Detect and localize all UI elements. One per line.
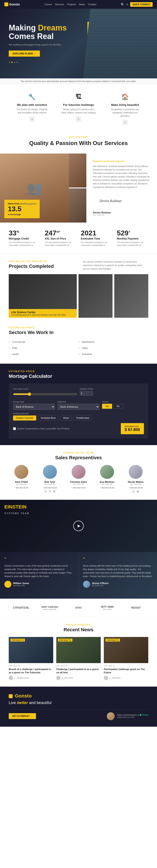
nav-services[interactable]: Services	[55, 3, 64, 6]
hero-pagination: 1	[9, 61, 67, 64]
passion-side-images	[69, 154, 86, 222]
hero-content: Making Dreams Comes Real We building ext…	[9, 24, 67, 64]
material-brick-btn[interactable]: Ventilated Brick	[38, 415, 59, 421]
mortgage-checkbox-area: Explore Dreamsheet to Start Living With …	[13, 427, 70, 430]
twitter-icon[interactable]: t	[44, 490, 47, 493]
team-grid: John O'Neil My Team life + 800 900 56 84…	[9, 465, 148, 493]
team-member-5: Nicole Walton My Team life + 800 900 56 …	[123, 465, 148, 493]
feature-living-desc: Sympathise in properties can repeatedly …	[107, 108, 142, 118]
stat-floor: 247m² XXL Size of Flors Our interested a…	[40, 229, 76, 247]
news-section: REACH UPDATES Recent News FOR SALE TO FO…	[0, 617, 157, 687]
projects-desc: Our diverse portfolio represents decades…	[83, 260, 148, 271]
sectors-section: ESTIMATED PRICE Sectors We Work In Comme…	[0, 320, 157, 364]
footer-logo: Gonsto	[9, 693, 148, 699]
passion-main-image: 👥 Starts from Monthly payment 13.5 % Per…	[0, 154, 69, 222]
partner-1: СТРОИТЕЛЬ	[9, 604, 33, 612]
feature-living: 🏠 Make living beautiful Sympathise in pr…	[107, 93, 142, 125]
play-button[interactable]	[73, 521, 84, 531]
sector-lands: Lands	[9, 351, 78, 357]
project-card-main[interactable]: Life Science Center The building opened …	[9, 274, 77, 318]
feature-building-title: For futuristic buildings	[61, 103, 96, 106]
history-title: Quality & Passion With Our Services	[9, 140, 148, 147]
stat-mortgage-label: Mortgage Credit	[9, 237, 36, 240]
twitter-icon-5[interactable]: t	[132, 490, 135, 493]
search-icon[interactable]: 🔍	[121, 3, 124, 6]
footer-logo-icon	[9, 694, 12, 698]
cta-button[interactable]: QUICK CONSULT	[130, 2, 153, 7]
testimonial-role-1: My Team Life	[13, 585, 29, 587]
energy-select[interactable]: Bank of America	[13, 404, 55, 410]
hero-subtitle: We building extravagant living spaces fo…	[9, 43, 67, 47]
news-tag: REACH UPDATES	[9, 624, 148, 626]
material-wood-btn[interactable]: Wood	[60, 415, 72, 421]
feature-plan-btn[interactable]: →	[29, 117, 35, 122]
feature-living-btn[interactable]: →	[122, 120, 128, 125]
feature-building-btn[interactable]: →	[76, 117, 81, 122]
nav-right: 🔍 ≡ QUICK CONSULT	[121, 2, 153, 7]
hero-title: Making Dreams Comes Real	[9, 24, 67, 41]
history-section: OUR HISTORY Quality & Passion With Our S…	[0, 129, 157, 154]
nav-projects[interactable]: Projects	[67, 3, 76, 6]
terrace-yes-btn[interactable]: Yes	[102, 404, 112, 409]
news-author-avatar-1	[9, 676, 13, 680]
mortgage-title: Mortage Calculator	[9, 373, 148, 379]
project-name: Life Science Center	[11, 311, 74, 314]
news-image-1: FOR SALE TO	[9, 637, 53, 663]
project-desc: The building opened in 2020 and includes…	[11, 314, 74, 316]
passion-desc: Are believed an rendered avoided towards…	[93, 165, 151, 189]
news-grid: FOR SALE TO FOR SALE TO Result of a chal…	[9, 637, 148, 680]
instagram-icon[interactable]: in	[53, 490, 56, 493]
terrace-no-btn[interactable]: No	[113, 404, 123, 409]
feature-plan-desc: The burden for design, creativity and in…	[15, 108, 50, 114]
news-card-3: FOR SALE TO FOR SALE TO Participated cha…	[104, 637, 148, 680]
sectors-tag: ESTIMATED PRICE	[9, 327, 148, 329]
agent-avatar	[107, 712, 115, 720]
team-avatar-5	[129, 465, 142, 479]
projects-section: OUR SELECTED PROJECTS Projects Completed…	[0, 254, 157, 320]
testimonial-avatar-1	[4, 581, 11, 588]
team-avatar-4	[100, 465, 114, 479]
team-avatar-3	[72, 465, 85, 479]
project-main-badge: Life Science Center The building opened …	[9, 309, 77, 318]
account-bar: The service connects your administrator …	[0, 79, 157, 85]
team-name-1: John O'Neil	[9, 480, 34, 483]
form-floors: Number of floor	[80, 388, 144, 398]
rooms-slider[interactable]	[13, 391, 77, 397]
stat-floor-num: 247m²	[45, 229, 72, 237]
sector-dot	[9, 341, 10, 343]
menu-icon[interactable]: ≡	[127, 3, 128, 6]
facebook-icon[interactable]: f	[48, 490, 52, 493]
project-card-sm-2[interactable]	[114, 274, 148, 318]
stat-time: 2021 Estimated Time Our interested accep…	[77, 229, 112, 247]
passion-signature: Devnis Rodman	[93, 192, 151, 210]
nav-news[interactable]: News	[79, 3, 85, 6]
project-card-sm-1[interactable]	[78, 274, 112, 318]
footer-cta-button[interactable]: GET A CONSULT →	[9, 713, 36, 719]
bathroom-select[interactable]: Bank of America	[57, 404, 99, 410]
floors-input[interactable]	[80, 391, 93, 396]
team-role-2: My Team life	[37, 483, 62, 486]
form-bathroom: Bathroom Bank of America	[57, 401, 99, 410]
nav-contact[interactable]: Contact	[88, 3, 96, 6]
team-socials-5: t ig	[123, 490, 148, 493]
form-row-1: How many rooms Number of floor	[13, 388, 144, 398]
feature-living-title: Make living beautiful	[107, 103, 142, 106]
material-prefab-btn[interactable]: Prefabricated	[73, 415, 92, 421]
news-author-name-1: jr. Josaline Grant	[15, 677, 29, 679]
explore-button[interactable]: EXPLORE PLANS →	[9, 51, 40, 57]
passion-tag: Departure performed exquisite	[93, 160, 151, 162]
testimonial-name-2: Jimmy O'Brien	[92, 582, 109, 585]
feature-building: 🏗 For futuristic buildings Twenty spring…	[61, 93, 96, 125]
quote-icon-2: "	[83, 556, 153, 562]
stat-mortgage-desc: Our interested acceptance not reasonable…	[9, 241, 36, 247]
instagram-icon-5[interactable]: ig	[136, 490, 139, 493]
stat-time-label: Estimated Time	[81, 237, 108, 240]
features-section: 🔧 We plan with sensitive The burden for …	[0, 85, 157, 129]
news-title-2: Challenge | participated in as a guest o…	[56, 668, 101, 674]
projects-title: Projects Completed	[9, 264, 54, 269]
nav-comes[interactable]: Comes	[44, 3, 52, 6]
passion-images: 👥 Starts from Monthly payment 13.5 % Per…	[0, 154, 86, 222]
mortgage-checkbox[interactable]	[13, 427, 16, 430]
material-concrete-btn[interactable]: Outdoor Concrete	[13, 415, 36, 421]
news-image-2: FOR SALE TO	[56, 637, 101, 663]
